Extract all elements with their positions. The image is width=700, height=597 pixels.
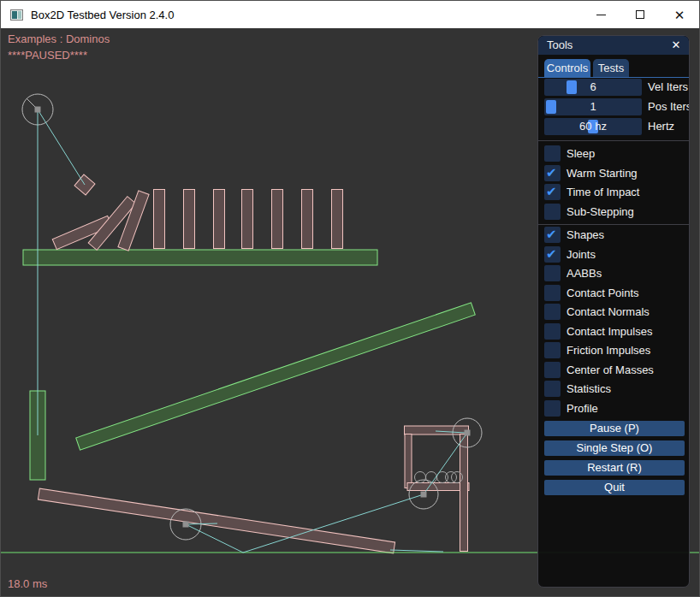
checkbox-box: [544, 342, 561, 358]
dynamic-box: [272, 190, 283, 249]
checkbox-box: [544, 265, 561, 281]
minimize-button[interactable]: [581, 1, 620, 28]
tab-controls[interactable]: Controls: [544, 59, 590, 77]
slider-pos-iters[interactable]: 1 Pos Iters: [544, 98, 642, 115]
checkbox-box: [544, 381, 561, 397]
checkbox-box: [544, 362, 561, 378]
dynamic-box: [302, 190, 313, 249]
close-button[interactable]: ✕: [660, 1, 699, 28]
slider-value: 6: [544, 79, 642, 96]
close-icon: ✕: [674, 9, 685, 21]
dynamic-box: [405, 434, 412, 488]
app-icon: [10, 9, 23, 21]
slider-value: 1: [544, 98, 642, 115]
slider-label: Hertz: [648, 118, 674, 135]
checkbox-box: [544, 246, 561, 263]
checkbox-box: [544, 285, 561, 301]
checkbox-label: Warm Starting: [567, 165, 638, 181]
restart-button[interactable]: Restart (R): [544, 460, 685, 476]
panel-close-icon[interactable]: ✕: [667, 36, 685, 55]
titlebar: Box2D Testbed Version 2.4.0 ✕: [1, 1, 699, 28]
static-box: [23, 250, 377, 265]
slider-track[interactable]: 1: [544, 98, 642, 115]
slider-track[interactable]: 60 hz: [544, 118, 642, 135]
separator: [538, 224, 690, 225]
pause-button[interactable]: Pause (P): [544, 421, 685, 436]
joint-anchor: [421, 492, 427, 498]
checkbox-box: [544, 227, 561, 243]
slider-hertz[interactable]: 60 hz Hertz: [544, 118, 642, 135]
maximize-icon: [636, 10, 644, 19]
dynamic-box: [332, 190, 343, 249]
paused-label: ****PAUSED****: [8, 49, 87, 62]
checkbox-box: [544, 165, 561, 181]
checkbox-label: Friction Impulses: [567, 342, 650, 358]
checkbox-label: Joints: [567, 246, 596, 263]
maximize-button[interactable]: [620, 1, 660, 28]
checkbox-box: [544, 204, 561, 220]
checkbox-box: [544, 145, 561, 162]
example-label: Examples : Dominos: [8, 33, 110, 45]
checkbox-box: [544, 304, 561, 320]
joint-anchor: [465, 430, 471, 436]
checkbox-label: AABBs: [567, 265, 602, 281]
slider-label: Vel Iters: [648, 79, 688, 96]
checkbox-box: [544, 323, 561, 340]
dynamic-box: [242, 190, 253, 249]
checkbox-label: Time of Impact: [567, 184, 639, 200]
slider-value: 60 hz: [544, 118, 642, 135]
panel-titlebar[interactable]: Tools ✕: [538, 36, 689, 55]
app-window: Examples : Dominos ****PAUSED**** 18.0 m…: [0, 0, 700, 597]
quit-button[interactable]: Quit: [544, 480, 685, 495]
checkbox-label: Contact Normals: [567, 304, 650, 320]
window-title: Box2D Testbed Version 2.4.0: [31, 9, 174, 21]
checkbox-label: Shapes: [567, 227, 604, 243]
checkbox-label: Sleep: [567, 145, 595, 162]
checkbox-box: [544, 400, 561, 417]
checkbox-label: Contact Impulses: [567, 323, 652, 340]
dynamic-box: [154, 190, 165, 249]
joint-anchor: [183, 522, 189, 528]
joint-anchor: [35, 107, 41, 113]
checkbox-label: Sub-Stepping: [567, 204, 634, 220]
minimize-icon: [596, 15, 606, 15]
tools-panel: Tools ✕ Controls Tests 6 Vel Iters 1 Pos…: [537, 35, 690, 588]
tab-underline: [538, 77, 690, 78]
checkbox-label: Statistics: [567, 381, 611, 397]
slider-track[interactable]: 6: [544, 79, 642, 96]
panel-title-text: Tools: [547, 38, 572, 51]
slider-label: Pos Iters: [648, 98, 690, 115]
separator: [538, 140, 690, 141]
single-step-button[interactable]: Single Step (O): [544, 440, 685, 456]
checkbox-box: [544, 184, 561, 200]
frame-time-label: 18.0 ms: [8, 577, 47, 590]
dynamic-box: [405, 426, 469, 434]
checkbox-label: Contact Points: [567, 285, 639, 301]
dynamic-box: [460, 434, 468, 552]
tab-tests[interactable]: Tests: [593, 59, 629, 77]
checkbox-label: Profile: [567, 400, 598, 417]
dynamic-box: [214, 190, 225, 249]
dynamic-box: [184, 190, 195, 249]
slider-vel-iters[interactable]: 6 Vel Iters: [544, 79, 642, 96]
checkbox-label: Center of Masses: [567, 362, 654, 378]
